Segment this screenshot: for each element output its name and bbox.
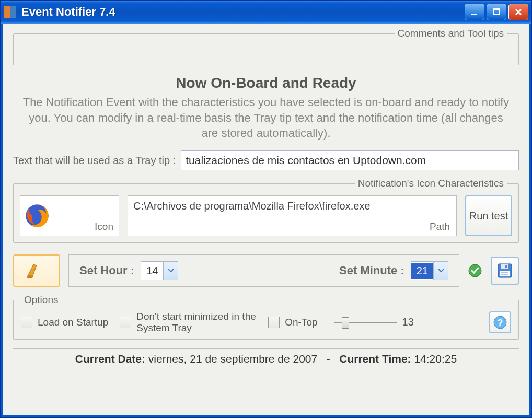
options-fieldset: Options Load on Startup Don't start mini… xyxy=(13,294,519,340)
close-button[interactable] xyxy=(508,4,528,20)
icon-path-box[interactable]: C:\Archivos de programa\Mozilla Firefox\… xyxy=(128,195,457,236)
icon-preview-box[interactable]: Icon xyxy=(20,195,119,236)
current-time-label: Current Time: xyxy=(339,353,411,365)
opacity-slider[interactable] xyxy=(334,320,397,324)
icon-box-label: Icon xyxy=(95,221,113,233)
svg-rect-8 xyxy=(505,265,507,268)
load-startup-label: Load on Startup xyxy=(38,317,108,328)
trumpet-icon xyxy=(25,261,48,280)
icon-path-label: Path xyxy=(430,221,450,233)
svg-rect-2 xyxy=(493,9,500,10)
tray-tip-label: Text that will be used as a Tray tip : xyxy=(13,155,176,167)
app-window: Event Notifier 7.4 Comments and Tool tip… xyxy=(0,0,532,418)
minimize-button[interactable] xyxy=(465,4,484,20)
svg-rect-9 xyxy=(500,271,510,276)
set-hour-label: Set Hour : xyxy=(79,264,134,277)
status-bar: Current Date: viernes, 21 de septiembre … xyxy=(13,348,519,365)
icon-characteristics-fieldset: Notification's Icon Characteristics Icon… xyxy=(13,178,519,243)
dont-minimize-label: Don't start minimized in the System Tray xyxy=(136,311,257,334)
maximize-button[interactable] xyxy=(487,4,506,20)
comments-legend: Comments and Tool tips xyxy=(395,28,507,39)
help-button[interactable]: ? xyxy=(489,311,511,333)
svg-text:?: ? xyxy=(498,318,503,328)
titlebar[interactable]: Event Notifier 7.4 xyxy=(1,1,531,24)
minute-dropdown-arrow[interactable] xyxy=(433,262,448,280)
app-icon xyxy=(4,6,16,18)
run-test-button[interactable]: Run test xyxy=(465,195,512,236)
minute-combo[interactable]: 21 xyxy=(411,261,448,280)
checkbox-icon xyxy=(120,317,131,328)
checkbox-icon xyxy=(268,317,280,328)
floppy-disk-icon xyxy=(496,262,513,279)
status-separator: - xyxy=(327,353,330,365)
page-description: The Notification Event with the characte… xyxy=(13,95,519,141)
ok-check-icon xyxy=(468,263,482,278)
time-settings-box: Set Hour : 14 Set Minute : 21 xyxy=(68,254,459,287)
maximize-icon xyxy=(492,7,501,17)
current-time-value: 14:20:25 xyxy=(414,353,457,365)
chevron-down-icon xyxy=(438,269,444,273)
opacity-slider-wrap: 13 xyxy=(334,316,414,328)
page-heading: Now On-Board and Ready xyxy=(13,75,519,91)
dont-minimize-checkbox[interactable]: Don't start minimized in the System Tray xyxy=(120,311,257,334)
icon-path-text: C:\Archivos de programa\Mozilla Firefox\… xyxy=(133,200,371,212)
window-title: Event Notifier 7.4 xyxy=(21,5,465,19)
slider-thumb-icon[interactable] xyxy=(342,317,349,329)
chevron-down-icon xyxy=(168,269,174,273)
svg-point-4 xyxy=(27,275,33,278)
sound-button[interactable] xyxy=(13,254,60,287)
on-top-label: On-Top xyxy=(285,317,317,328)
set-minute-label: Set Minute : xyxy=(339,264,404,277)
client-area: Comments and Tool tips Now On-Board and … xyxy=(3,24,529,415)
window-controls xyxy=(465,4,528,20)
icon-characteristics-legend: Notification's Icon Characteristics xyxy=(355,178,507,189)
time-row: Set Hour : 14 Set Minute : 21 xyxy=(13,254,519,287)
tray-tip-row: Text that will be used as a Tray tip : xyxy=(13,150,519,170)
tray-tip-input[interactable] xyxy=(181,150,519,170)
options-legend: Options xyxy=(21,294,61,306)
load-startup-checkbox[interactable]: Load on Startup xyxy=(21,317,108,328)
hour-combo[interactable]: 14 xyxy=(141,261,178,280)
current-date-label: Current Date: xyxy=(75,353,145,365)
on-top-checkbox[interactable]: On-Top xyxy=(268,317,317,328)
hour-dropdown-arrow[interactable] xyxy=(163,262,178,280)
save-button[interactable] xyxy=(491,257,519,285)
firefox-icon xyxy=(24,202,51,229)
svg-rect-0 xyxy=(471,14,477,15)
slider-value: 13 xyxy=(402,316,414,328)
close-icon xyxy=(514,7,523,17)
current-date-value: viernes, 21 de septiembre de 2007 xyxy=(148,353,317,365)
comments-fieldset: Comments and Tool tips xyxy=(13,28,519,65)
minute-value: 21 xyxy=(411,263,433,279)
hour-value: 14 xyxy=(141,263,163,279)
minimize-icon xyxy=(470,7,479,17)
help-icon: ? xyxy=(493,315,507,330)
checkbox-icon xyxy=(21,317,32,328)
